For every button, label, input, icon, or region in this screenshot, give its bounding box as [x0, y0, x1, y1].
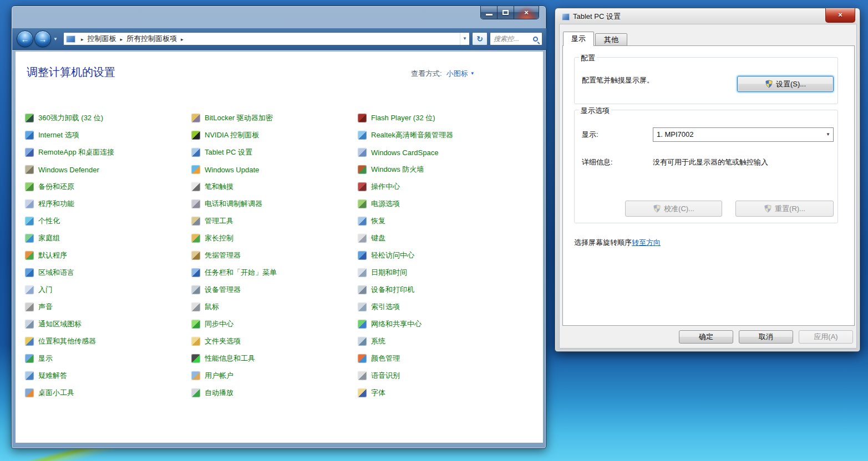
back-button[interactable]: ←: [17, 30, 33, 47]
control-panel-item-label: 日期和时间: [371, 268, 407, 278]
control-panel-item[interactable]: 用户帐户: [191, 370, 356, 382]
sync-center-icon: [191, 320, 200, 329]
control-panel-item[interactable]: 索引选项: [358, 301, 522, 313]
control-panel-window: × ← → ▼ ▸控制面板▸所有控制面板项▸ ▼ ↻ 调整计算机的设置 查看方式…: [11, 6, 546, 449]
control-panel-item-label: 文件夹选项: [205, 336, 241, 346]
control-panel-item[interactable]: Realtek高清晰音频管理器: [358, 129, 522, 141]
forward-button[interactable]: →: [34, 30, 51, 47]
display-select[interactable]: 1. MPI7002 ▼: [653, 127, 834, 142]
control-panel-item[interactable]: 管理工具: [191, 215, 356, 227]
recent-pages-caret-icon[interactable]: ▼: [53, 37, 58, 42]
mouse-icon: [191, 303, 200, 311]
control-panel-item-label: Windows Update: [205, 166, 259, 174]
control-panel-item-label: 备份和还原: [38, 182, 74, 192]
items-column-1: 360强力卸载 (32 位)Internet 选项RemoteApp 和桌面连接…: [25, 112, 189, 404]
page-title: 调整计算机的设置: [27, 65, 115, 80]
search-input[interactable]: [490, 35, 532, 43]
breadcrumb-separator-icon: ▸: [77, 37, 88, 42]
control-panel-item[interactable]: 桌面小工具: [25, 387, 189, 399]
control-panel-item[interactable]: Flash Player (32 位): [358, 112, 522, 124]
forward-icon: →: [39, 34, 47, 44]
dialog-titlebar: Tablet PC 设置: [562, 12, 621, 22]
cancel-button[interactable]: 取消: [739, 330, 793, 344]
search-box: [490, 32, 542, 45]
control-panel-item[interactable]: 入门: [25, 284, 189, 296]
control-panel-item[interactable]: Tablet PC 设置: [191, 146, 356, 158]
control-panel-item[interactable]: Windows 防火墙: [358, 163, 522, 176]
control-panel-item[interactable]: 设备管理器: [191, 284, 356, 296]
control-panel-item[interactable]: 区域和语言: [25, 267, 189, 279]
control-panel-item[interactable]: 设备和打印机: [358, 284, 522, 296]
control-panel-item[interactable]: 鼠标: [191, 301, 356, 313]
control-panel-item[interactable]: 位置和其他传感器: [25, 335, 189, 347]
breadcrumb-item[interactable]: 控制面板: [88, 34, 116, 43]
minimize-button[interactable]: [481, 6, 498, 19]
date-time-icon: [358, 268, 367, 277]
remoteapp-icon: [25, 148, 34, 157]
device-manager-icon: [191, 285, 200, 294]
address-dropdown-caret-icon[interactable]: ▼: [460, 33, 469, 45]
refresh-icon: ↻: [476, 34, 483, 43]
address-bar[interactable]: ▸控制面板▸所有控制面板项▸ ▼: [63, 32, 470, 45]
control-panel-item[interactable]: 个性化: [25, 215, 189, 227]
parental-controls-icon: [191, 234, 200, 243]
control-panel-item[interactable]: 语音识别: [358, 370, 522, 382]
control-panel-item[interactable]: Windows CardSpace: [358, 146, 522, 158]
control-panel-item[interactable]: Windows Defender: [25, 163, 189, 176]
control-panel-item[interactable]: 网络和共享中心: [358, 318, 522, 330]
control-panel-item[interactable]: Windows Update: [191, 163, 356, 176]
control-panel-item[interactable]: 自动播放: [191, 387, 356, 399]
control-panel-item[interactable]: 文件夹选项: [191, 335, 356, 347]
control-panel-item[interactable]: 恢复: [358, 215, 522, 227]
refresh-button[interactable]: ↻: [472, 32, 488, 45]
control-panel-item[interactable]: 日期和时间: [358, 267, 522, 279]
tab-display[interactable]: 显示: [563, 32, 594, 46]
windows-firewall-icon: [358, 165, 367, 174]
performance-tools-icon: [191, 354, 200, 363]
control-panel-item[interactable]: 程序和功能: [25, 198, 189, 210]
control-panel-item-label: Windows Defender: [38, 166, 99, 174]
control-panel-item[interactable]: 显示: [25, 352, 189, 365]
control-panel-item-label: 程序和功能: [38, 199, 74, 209]
control-panel-item[interactable]: 性能信息和工具: [191, 352, 356, 365]
control-panel-item[interactable]: 系统: [358, 335, 522, 347]
close-button[interactable]: ×: [514, 6, 539, 19]
settings-button[interactable]: 设置(S)...: [737, 76, 834, 92]
control-panel-item[interactable]: 笔和触摸: [191, 181, 356, 193]
go-to-orientation-link[interactable]: 转至方向: [632, 238, 661, 247]
control-panel-item[interactable]: 凭据管理器: [191, 249, 356, 262]
view-by-caret-icon[interactable]: ▼: [470, 71, 475, 76]
control-panel-item[interactable]: 字体: [358, 387, 522, 399]
user-accounts-icon: [191, 371, 200, 380]
maximize-button[interactable]: [498, 6, 514, 19]
breadcrumb-item[interactable]: 所有控制面板项: [126, 34, 177, 43]
control-panel-item[interactable]: 轻松访问中心: [358, 249, 522, 262]
control-panel-item[interactable]: BitLocker 驱动器加密: [191, 112, 356, 124]
control-panel-item[interactable]: 疑难解答: [25, 370, 189, 382]
control-panel-item-label: Windows 防火墙: [371, 165, 424, 175]
control-panel-item[interactable]: 同步中心: [191, 318, 356, 330]
uac-shield-icon: [764, 204, 772, 213]
control-panel-item[interactable]: NVIDIA 控制面板: [191, 129, 356, 141]
recovery-icon: [358, 217, 367, 226]
control-panel-item[interactable]: 键盘: [358, 232, 522, 244]
control-panel-item[interactable]: 声音: [25, 301, 189, 313]
control-panel-item[interactable]: Internet 选项: [25, 129, 189, 141]
control-panel-item[interactable]: 操作中心: [358, 181, 522, 193]
control-panel-item[interactable]: 家庭组: [25, 232, 189, 244]
control-panel-item[interactable]: RemoteApp 和桌面连接: [25, 146, 189, 158]
control-panel-item[interactable]: 默认程序: [25, 249, 189, 262]
dialog-close-button[interactable]: ×: [825, 8, 855, 23]
view-by-value[interactable]: 小图标: [446, 69, 468, 78]
control-panel-item[interactable]: 电源选项: [358, 198, 522, 210]
control-panel-item[interactable]: 家长控制: [191, 232, 356, 244]
control-panel-item[interactable]: 任务栏和「开始」菜单: [191, 267, 356, 279]
control-panel-item[interactable]: 通知区域图标: [25, 318, 189, 330]
tab-other[interactable]: 其他: [595, 33, 627, 46]
control-panel-item[interactable]: 备份和还原: [25, 181, 189, 193]
control-panel-item[interactable]: 电话和调制解调器: [191, 198, 356, 210]
control-panel-item[interactable]: 360强力卸载 (32 位): [25, 112, 189, 124]
ok-button[interactable]: 确定: [679, 330, 733, 344]
control-panel-item[interactable]: 颜色管理: [358, 352, 522, 365]
control-panel-item-label: 同步中心: [205, 319, 234, 329]
